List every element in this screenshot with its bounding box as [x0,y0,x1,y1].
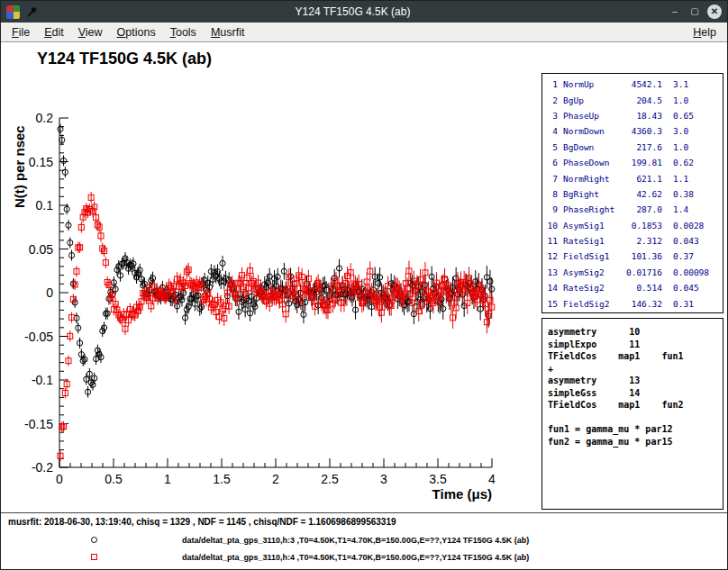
maximize-button[interactable]: ▢ [687,5,702,19]
param-name: NormRight [563,174,621,184]
legend-item: data/deltat_pta_gps_3110,h:3 ,T0=4.50K,T… [1,531,727,548]
param-row: 9PhaseRight287.01.4 [545,202,720,217]
theory-line: TFieldCos map1 fun1 [548,350,721,363]
legend-circle-marker-icon [91,537,97,543]
param-name: RateSig1 [563,236,621,246]
svg-text:2: 2 [272,472,279,486]
svg-text:-0.1: -0.1 [32,373,53,387]
param-error: 0.65 [673,111,694,121]
param-index: 7 [545,174,558,184]
param-name: BgUp [563,95,621,105]
plot-svg[interactable]: 00.511.522.533.540.20.150.10.050-0.05-0.… [1,42,541,529]
param-error: 3.1 [673,79,688,89]
root-canvas: Y124 TF150G 4.5K (ab) 00.511.522.533.540… [1,42,727,569]
param-value: 0.1853 [621,221,662,231]
param-error: 0.31 [673,299,694,309]
param-index: 12 [545,251,558,261]
param-value: 199.81 [621,158,662,167]
param-error: 0.043 [673,236,699,246]
param-row: 1NormUp4542.13.1 [545,77,720,92]
param-value: 0.514 [621,283,662,293]
svg-text:3: 3 [380,472,387,486]
param-error: 0.38 [673,189,694,199]
param-name: AsymSig1 [563,221,621,231]
titlebar[interactable]: Y124 TF150G 4.5K (ab) – ▢ ✕ [1,1,727,23]
menu-item-file[interactable]: File [5,24,37,41]
menu-item-help[interactable]: Help [686,24,723,41]
param-value: 146.32 [621,299,662,309]
legend-text: data/deltat_pta_gps_3110,h:4 ,T0=4.50K,T… [182,553,529,562]
param-index: 8 [545,189,558,199]
param-index: 9 [545,204,558,214]
legend: data/deltat_pta_gps_3110,h:3 ,T0=4.50K,T… [1,531,727,565]
param-row: 10AsymSig10.18530.0028 [545,218,720,233]
param-name: NormUp [563,79,621,89]
svg-text:1: 1 [164,472,171,486]
theory-line: asymmetry 10 [548,326,721,339]
app-icon [6,5,20,19]
param-row: 3PhaseUp18.430.65 [545,108,720,123]
theory-line: fun2 = gamma_mu * par15 [548,436,721,448]
theory-line [548,412,721,424]
app-window: Y124 TF150G 4.5K (ab) – ▢ ✕ FileEditView… [0,0,728,570]
param-index: 1 [545,79,558,89]
legend-square-marker-icon [91,554,97,560]
param-name: PhaseDown [563,158,621,167]
svg-text:-0.2: -0.2 [32,460,53,475]
param-name: PhaseUp [563,111,621,121]
param-name: NormDown [563,126,621,136]
minimize-button[interactable]: – [668,5,682,19]
theory-box: asymmetry 10simplExpo 11TFieldCos map1 f… [541,318,723,510]
svg-text:Time (μs): Time (μs) [432,486,492,502]
svg-text:0.15: 0.15 [29,155,53,169]
param-row: 11RateSig12.3120.043 [545,233,720,249]
menu-item-musrfit[interactable]: Musrfit [204,24,252,41]
param-row: 15FieldSig2146.320.31 [545,295,720,311]
param-name: BgRight [563,189,621,199]
svg-text:N(t) per nsec: N(t) per nsec [12,125,27,208]
param-row: 13AsymSig20.017160.00098 [545,265,720,280]
svg-text:0: 0 [56,472,63,486]
param-name: PhaseRight [563,204,621,214]
param-index: 3 [545,111,558,121]
param-error: 1.0 [673,95,688,105]
svg-text:1.5: 1.5 [213,472,231,486]
param-index: 10 [545,221,558,231]
menu-item-view[interactable]: View [71,24,110,41]
param-index: 4 [545,126,558,136]
close-button[interactable]: ✕ [707,5,722,19]
menu-item-tools[interactable]: Tools [163,24,204,41]
legend-item: data/deltat_pta_gps_3110,h:4 ,T0=4.50K,T… [1,548,727,565]
param-name: BgDown [563,142,621,152]
svg-text:0.5: 0.5 [105,472,123,486]
param-index: 11 [545,236,558,246]
param-error: 1.4 [673,204,688,214]
param-row: 6PhaseDown199.810.62 [545,155,720,170]
param-row: 4NormDown4360.33.0 [545,123,720,139]
param-row: 2BgUp204.51.0 [545,92,720,107]
pin-icon[interactable] [25,5,38,18]
param-index: 2 [545,95,558,105]
menubar: FileEditViewOptionsToolsMusrfitHelp [1,23,727,42]
param-name: FieldSig1 [563,251,621,261]
menu-item-edit[interactable]: Edit [37,24,71,41]
param-index: 13 [545,267,558,277]
fit-parameters-box: 1NormUp4542.13.12BgUp204.51.03PhaseUp18.… [541,73,723,313]
param-value: 217.6 [621,142,662,152]
svg-text:-0.15: -0.15 [24,417,53,431]
param-error: 1.0 [673,142,688,152]
param-name: AsymSig2 [563,267,621,277]
param-index: 15 [545,299,558,309]
param-value: 2.312 [621,236,662,246]
param-error: 0.37 [673,251,694,261]
menu-item-options[interactable]: Options [110,24,163,41]
param-error: 0.045 [673,283,699,293]
param-name: FieldSig2 [563,299,621,309]
param-row: 5BgDown217.61.0 [545,140,720,155]
param-value: 101.36 [621,251,662,261]
param-value: 4542.1 [621,79,662,89]
param-index: 6 [545,158,558,167]
param-row: 7NormRight621.11.1 [545,170,720,185]
param-value: 204.5 [621,95,662,105]
param-value: 287.0 [621,204,662,214]
